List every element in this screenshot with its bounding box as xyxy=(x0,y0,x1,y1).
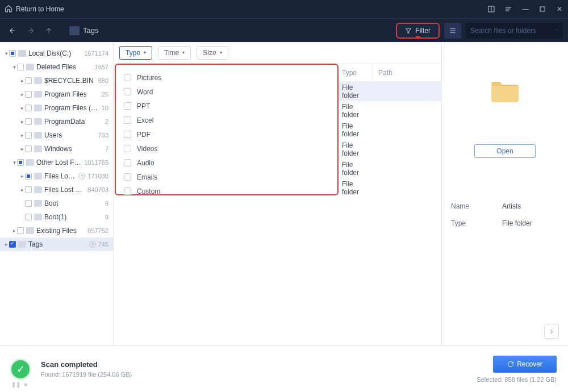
checkbox[interactable] xyxy=(124,131,131,138)
sidebar-item[interactable]: ▾Other Lost Files1011765 xyxy=(0,156,113,169)
sidebar-item[interactable]: ▸ProgramData2 xyxy=(0,115,113,128)
return-home-label[interactable]: Return to Home xyxy=(16,5,64,13)
selected-summary: Selected: 858 files (1.22 GB) xyxy=(477,376,557,383)
stop-icon[interactable]: ■ xyxy=(24,381,27,387)
checkbox[interactable] xyxy=(25,214,32,220)
sidebar-item[interactable]: ▸Files Lost Original ...840703 xyxy=(0,183,113,197)
filter-option[interactable]: Excel xyxy=(124,113,329,127)
checkbox[interactable] xyxy=(124,116,131,124)
expand-icon[interactable]: ▸ xyxy=(19,105,25,111)
filter-option[interactable]: Audio xyxy=(124,156,329,170)
filter-option[interactable]: PDF xyxy=(124,127,329,141)
expand-icon[interactable]: ▾ xyxy=(11,160,17,165)
expand-icon[interactable]: ▸ xyxy=(11,228,17,233)
open-button[interactable]: Open xyxy=(474,144,536,158)
expand-icon[interactable]: ▸ xyxy=(3,241,9,247)
checkbox[interactable] xyxy=(25,77,32,84)
titlebar: Return to Home — ✕ xyxy=(0,0,568,18)
sidebar-item[interactable]: Boot(1)9 xyxy=(0,210,113,224)
sidebar-item[interactable]: ▸Program Files25 xyxy=(0,87,113,101)
folder-icon xyxy=(18,50,26,57)
nav-forward-icon[interactable] xyxy=(24,24,37,37)
expand-icon[interactable]: ▸ xyxy=(19,187,25,193)
sidebar-item[interactable]: ▸$RECYCLE.BIN880 xyxy=(0,74,113,87)
checkbox[interactable] xyxy=(17,64,24,70)
filter-chips-row: Type ▾ Time ▾ Size ▾ xyxy=(114,42,441,64)
column-type[interactable]: Type xyxy=(336,64,373,81)
filter-option[interactable]: Emails xyxy=(124,170,329,184)
maximize-icon[interactable] xyxy=(538,5,546,13)
filter-option[interactable]: Videos xyxy=(124,141,329,156)
filter-option[interactable]: Word xyxy=(124,85,329,99)
folder-icon xyxy=(34,173,42,180)
filter-chip-time[interactable]: Time ▾ xyxy=(158,46,191,60)
filter-option[interactable]: Pictures xyxy=(124,70,329,85)
checkbox[interactable] xyxy=(25,105,32,111)
search-box[interactable] xyxy=(466,23,562,39)
filter-option-label: Videos xyxy=(137,145,157,153)
checkbox[interactable] xyxy=(25,186,32,193)
view-mode-button[interactable] xyxy=(444,23,461,39)
checkbox[interactable] xyxy=(25,200,32,207)
checkbox[interactable] xyxy=(124,88,131,95)
sidebar-item[interactable]: ▸Existing Files657752 xyxy=(0,224,113,237)
sidebar-item[interactable]: ▸Users733 xyxy=(0,128,113,142)
sidebar-item-count: 9 xyxy=(105,214,108,220)
status-complete-icon: ✓ xyxy=(11,360,30,378)
svg-point-9 xyxy=(556,30,557,31)
checkbox[interactable] xyxy=(25,173,32,180)
close-icon[interactable]: ✕ xyxy=(556,5,563,13)
sidebar-item[interactable]: ▸Files Lost Origi...?171030 xyxy=(0,169,113,183)
sidebar-item-label: Windows xyxy=(44,145,103,153)
checkbox[interactable] xyxy=(124,173,131,181)
checkbox[interactable] xyxy=(124,145,131,152)
checkbox[interactable] xyxy=(17,159,24,166)
checkbox[interactable] xyxy=(124,74,131,81)
expand-icon[interactable]: ▾ xyxy=(3,51,9,56)
column-path[interactable]: Path xyxy=(373,64,441,81)
sidebar-item[interactable]: ▸Tags?745 xyxy=(0,237,113,251)
sidebar-item[interactable]: ▸Program Files (x86)10 xyxy=(0,101,113,115)
minimize-icon[interactable]: — xyxy=(521,5,529,13)
sidebar-item[interactable]: ▸Windows7 xyxy=(0,142,113,156)
expand-icon[interactable]: ▸ xyxy=(19,173,25,179)
filter-option[interactable]: PPT xyxy=(124,99,329,113)
checkbox[interactable] xyxy=(9,50,16,57)
checkbox[interactable] xyxy=(9,241,16,248)
sidebar-item[interactable]: ▾Deleted Files1657 xyxy=(0,60,113,74)
help-icon[interactable]: ? xyxy=(89,241,96,248)
filter-chip-size[interactable]: Size ▾ xyxy=(197,46,228,60)
checkbox[interactable] xyxy=(124,159,131,166)
filter-option[interactable]: Custom xyxy=(124,184,329,198)
sidebar-item[interactable]: ▾Local Disk(C:)1671174 xyxy=(0,47,113,60)
expand-icon[interactable]: ▸ xyxy=(19,132,25,138)
expand-icon[interactable]: ▸ xyxy=(19,119,25,124)
expand-icon[interactable]: ▸ xyxy=(19,91,25,97)
expand-icon[interactable]: ▸ xyxy=(19,78,25,84)
search-icon[interactable] xyxy=(556,27,558,34)
expand-icon[interactable]: ▸ xyxy=(19,146,25,152)
expand-icon[interactable]: ▾ xyxy=(11,64,17,70)
menu-icon[interactable] xyxy=(504,5,512,13)
checkbox[interactable] xyxy=(25,145,32,152)
checkbox[interactable] xyxy=(124,102,131,110)
nav-back-icon[interactable] xyxy=(6,24,19,37)
search-input[interactable] xyxy=(470,27,556,35)
layout-icon[interactable] xyxy=(487,5,495,13)
checkbox[interactable] xyxy=(25,91,32,98)
checkbox[interactable] xyxy=(124,187,131,195)
filter-button[interactable]: Filter xyxy=(396,23,440,39)
sidebar-item[interactable]: Boot9 xyxy=(0,197,113,210)
pause-icon[interactable]: ❚❚ xyxy=(11,381,20,387)
help-icon[interactable]: ? xyxy=(78,173,85,180)
checkbox[interactable] xyxy=(25,118,32,125)
checkbox[interactable] xyxy=(25,132,32,139)
filter-chip-type[interactable]: Type ▾ xyxy=(119,46,152,60)
nav-up-icon[interactable] xyxy=(42,24,56,37)
pager-next-icon[interactable]: › xyxy=(544,324,559,339)
home-icon[interactable] xyxy=(5,5,12,14)
checkbox[interactable] xyxy=(17,227,24,234)
recover-button[interactable]: Recover xyxy=(493,356,557,373)
cell-type: File folder xyxy=(336,180,373,196)
main: ▾Local Disk(C:)1671174▾Deleted Files1657… xyxy=(0,42,568,345)
